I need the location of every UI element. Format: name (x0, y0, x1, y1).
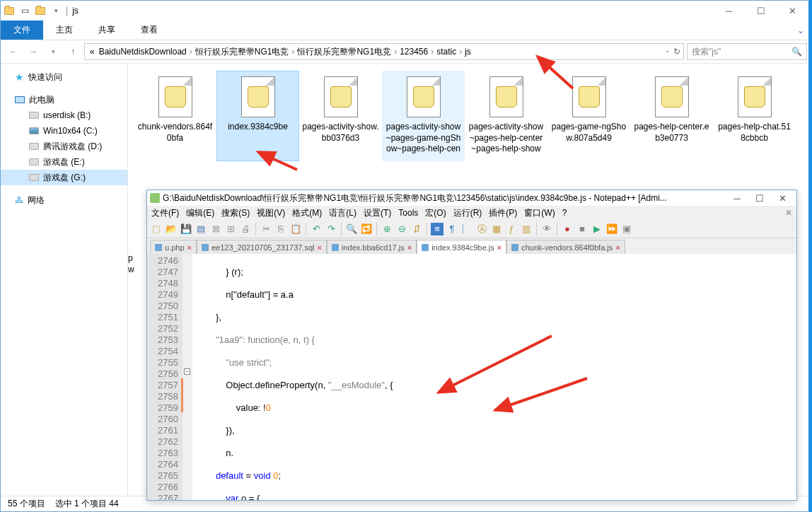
file-item[interactable]: pages-activity-show~pages-game-ngShow~pa… (382, 71, 465, 161)
zoom-out-icon[interactable]: ⊖ (395, 223, 408, 235)
save-icon[interactable]: 💾 (180, 223, 192, 235)
search-box[interactable]: 搜索"js" 🔍 (687, 43, 807, 60)
tab-close-icon[interactable]: × (187, 243, 192, 252)
npp-tab[interactable]: index.bba6cd17.js× (327, 240, 417, 254)
file-item[interactable]: pages-help-chat.518cbbcb (713, 71, 796, 161)
tab-home[interactable]: 主页 (43, 21, 86, 40)
breadcrumb-item[interactable]: js (463, 47, 473, 57)
sidebar-drive[interactable]: 游戏盘 (E:) (1, 154, 127, 170)
wordwrap-icon[interactable]: ≡ (431, 223, 443, 235)
stop-macro-icon[interactable]: ■ (576, 223, 588, 235)
file-item[interactable]: pages-help-center.eb3e0773 (630, 71, 713, 161)
close-button[interactable]: ✕ (777, 1, 808, 21)
breadcrumb-item[interactable]: 恒行娱乐完整带NG1电竞 (295, 46, 393, 58)
tab-close-icon[interactable]: × (407, 243, 412, 252)
paste-icon[interactable]: 📋 (289, 223, 302, 235)
menu-window[interactable]: 窗口(W) (524, 207, 555, 219)
func-list-icon[interactable]: ƒ (505, 223, 518, 235)
npp-tab[interactable]: chunk-vendors.864f0bfa.js× (506, 240, 625, 254)
properties-icon[interactable]: ▭ (19, 5, 30, 16)
breadcrumb-dropdown-icon[interactable]: ⌄ (665, 47, 671, 57)
save-macro-icon[interactable]: ▣ (620, 223, 633, 235)
sidebar-drive[interactable]: 腾讯游戏盘 (D:) (1, 139, 127, 154)
sidebar-drive[interactable]: userdisk (B:) (1, 107, 127, 123)
copy-icon[interactable]: ⎘ (274, 223, 287, 235)
tab-file[interactable]: 文件 (1, 21, 43, 40)
tab-close-icon[interactable]: × (318, 243, 322, 252)
breadcrumb-overflow[interactable]: « (88, 47, 97, 57)
redo-icon[interactable]: ↷ (325, 223, 337, 235)
indent-guide-icon[interactable]: ⎸ (460, 223, 473, 235)
menu-tools[interactable]: Tools (398, 208, 418, 218)
nav-recent-dropdown[interactable]: ▾ (45, 43, 62, 60)
save-all-icon[interactable]: ▤ (195, 223, 207, 235)
npp-editor[interactable]: 2746 2747 2748 2749 2750 2751 2752 2753 … (147, 254, 796, 500)
menu-help[interactable]: ? (562, 208, 567, 218)
new-folder-icon[interactable] (35, 5, 46, 16)
code-area[interactable]: } (r); n["default"] = a.a }, "1aa9": fun… (192, 254, 796, 500)
breadcrumb-item[interactable]: 123456 (398, 47, 430, 57)
breadcrumb-item[interactable]: static (434, 47, 458, 57)
sidebar-quick-access[interactable]: ★快速访问 (1, 69, 127, 85)
cut-icon[interactable]: ✂ (260, 223, 272, 235)
new-file-icon[interactable]: ▢ (150, 223, 163, 235)
menu-plugins[interactable]: 插件(P) (489, 207, 517, 219)
sidebar-this-pc[interactable]: 此电脑 (1, 92, 127, 107)
npp-tab[interactable]: ee123_20210705_231737.sql× (197, 240, 327, 254)
npp-tab-active[interactable]: index.9384c9be.js× (417, 240, 506, 254)
menu-edit[interactable]: 编辑(E) (186, 207, 214, 219)
nav-forward-button[interactable]: → (25, 43, 42, 60)
sidebar-drive-selected[interactable]: 游戏盘 (G:) (1, 170, 127, 185)
zoom-in-icon[interactable]: ⊕ (381, 223, 393, 235)
breadcrumb-item[interactable]: BaiduNetdiskDownload (97, 47, 189, 57)
npp-tab[interactable]: u.php× (150, 240, 197, 254)
close-file-icon[interactable]: ⊠ (209, 223, 222, 235)
npp-menubar-close-icon[interactable]: ✕ (785, 208, 792, 218)
npp-close-button[interactable]: ✕ (771, 190, 794, 206)
npp-maximize-button[interactable]: ☐ (748, 190, 771, 206)
nav-up-button[interactable]: ↑ (64, 43, 81, 60)
tab-close-icon[interactable]: × (615, 243, 620, 252)
menu-file[interactable]: 文件(F) (151, 207, 179, 219)
map-icon[interactable]: ▥ (520, 223, 533, 235)
tab-share[interactable]: 共享 (86, 21, 128, 40)
file-item-selected[interactable]: index.9384c9be (216, 71, 299, 161)
doc-list-icon[interactable]: 👁 (540, 223, 553, 235)
minimize-button[interactable]: ─ (713, 1, 745, 21)
menu-settings[interactable]: 设置(T) (364, 207, 391, 219)
fold-minus-icon[interactable]: − (184, 368, 190, 375)
menu-view[interactable]: 视图(V) (257, 207, 285, 219)
sidebar-network[interactable]: 🖧网络 (1, 192, 127, 208)
search-icon[interactable]: 🔍 (791, 47, 802, 57)
nav-back-button[interactable]: ← (5, 43, 22, 60)
sync-scroll-icon[interactable]: ⇵ (410, 223, 423, 235)
ucase-icon[interactable]: Ⓐ (475, 223, 488, 235)
npp-minimize-button[interactable]: ─ (726, 190, 748, 206)
qat-dropdown-icon[interactable]: ▾ (50, 5, 62, 16)
menu-search[interactable]: 搜索(S) (221, 207, 250, 219)
folder-icon[interactable]: ▦ (490, 223, 503, 235)
file-item[interactable]: pages-activity-show.bb0376d3 (299, 71, 382, 161)
menu-format[interactable]: 格式(M) (292, 207, 322, 219)
menu-language[interactable]: 语言(L) (329, 207, 356, 219)
all-chars-icon[interactable]: ¶ (446, 223, 458, 235)
fold-column[interactable]: − (182, 254, 192, 500)
tab-close-icon[interactable]: × (497, 243, 501, 252)
menu-macro[interactable]: 宏(O) (425, 207, 446, 219)
refresh-icon[interactable]: ↻ (673, 47, 680, 57)
open-file-icon[interactable]: 📂 (165, 223, 178, 235)
record-macro-icon[interactable]: ● (561, 223, 574, 235)
menu-run[interactable]: 运行(R) (453, 207, 482, 219)
maximize-button[interactable]: ☐ (745, 1, 777, 21)
breadcrumb-item[interactable]: 恒行娱乐完整带NG1电竞 (193, 46, 291, 58)
find-icon[interactable]: 🔍 (345, 223, 358, 235)
tab-view[interactable]: 查看 (128, 21, 170, 40)
replace-icon[interactable]: 🔁 (360, 223, 373, 235)
file-item[interactable]: pages-game-ngShow.807a5d49 (547, 71, 630, 161)
undo-icon[interactable]: ↶ (310, 223, 323, 235)
play-multi-icon[interactable]: ⏩ (605, 223, 618, 235)
play-macro-icon[interactable]: ▶ (591, 223, 603, 235)
print-icon[interactable]: 🖨 (239, 223, 252, 235)
file-item[interactable]: chunk-vendors.864f0bfa (134, 71, 216, 161)
close-all-icon[interactable]: ⊞ (224, 223, 237, 235)
